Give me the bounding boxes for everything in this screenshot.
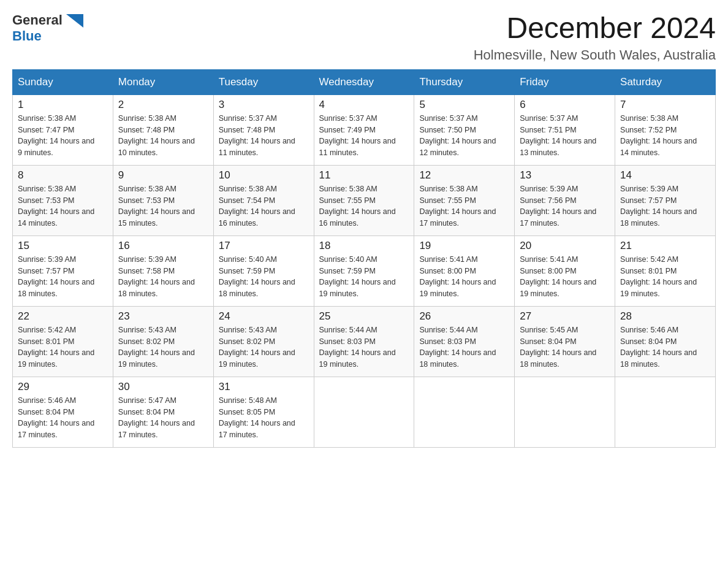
day-number: 30 [118, 381, 208, 393]
table-row: 16 Sunrise: 5:39 AM Sunset: 7:58 PM Dayl… [113, 236, 213, 306]
day-info: Sunrise: 5:37 AM Sunset: 7:51 PM Dayligh… [520, 113, 610, 159]
day-number: 28 [620, 310, 710, 323]
page-header: General Blue December 2024 Holmesville, … [12, 12, 716, 63]
day-number: 13 [520, 169, 610, 182]
table-row: 2 Sunrise: 5:38 AM Sunset: 7:48 PM Dayli… [113, 94, 213, 165]
day-info: Sunrise: 5:40 AM Sunset: 7:59 PM Dayligh… [219, 254, 309, 300]
header-saturday: Saturday [615, 69, 716, 94]
location-title: Holmesville, New South Wales, Australia [474, 47, 716, 63]
table-row: 13 Sunrise: 5:39 AM Sunset: 7:56 PM Dayl… [515, 165, 615, 236]
logo: General Blue [12, 12, 83, 44]
day-number: 10 [219, 169, 309, 182]
title-block: December 2024 Holmesville, New South Wal… [474, 12, 716, 63]
day-info: Sunrise: 5:44 AM Sunset: 8:03 PM Dayligh… [319, 324, 409, 370]
day-number: 22 [18, 310, 108, 323]
table-row: 9 Sunrise: 5:38 AM Sunset: 7:53 PM Dayli… [113, 165, 213, 236]
calendar-week-row: 22 Sunrise: 5:42 AM Sunset: 8:01 PM Dayl… [13, 306, 716, 377]
day-number: 21 [620, 240, 710, 252]
day-info: Sunrise: 5:40 AM Sunset: 7:59 PM Dayligh… [319, 254, 409, 300]
day-number: 25 [319, 310, 409, 323]
svg-marker-0 [66, 14, 83, 28]
table-row: 22 Sunrise: 5:42 AM Sunset: 8:01 PM Dayl… [13, 306, 113, 377]
day-info: Sunrise: 5:38 AM Sunset: 7:52 PM Dayligh… [620, 113, 710, 159]
day-info: Sunrise: 5:46 AM Sunset: 8:04 PM Dayligh… [620, 324, 710, 370]
table-row: 3 Sunrise: 5:37 AM Sunset: 7:48 PM Dayli… [213, 94, 314, 165]
day-number: 6 [520, 99, 610, 111]
day-number: 15 [18, 240, 108, 252]
calendar-header-row: Sunday Monday Tuesday Wednesday Thursday… [13, 69, 716, 94]
header-thursday: Thursday [414, 69, 515, 94]
calendar-week-row: 8 Sunrise: 5:38 AM Sunset: 7:53 PM Dayli… [13, 165, 716, 236]
table-row: 7 Sunrise: 5:38 AM Sunset: 7:52 PM Dayli… [615, 94, 716, 165]
day-info: Sunrise: 5:42 AM Sunset: 8:01 PM Dayligh… [18, 324, 108, 370]
table-row: 25 Sunrise: 5:44 AM Sunset: 8:03 PM Dayl… [314, 306, 414, 377]
header-friday: Friday [515, 69, 615, 94]
table-row: 24 Sunrise: 5:43 AM Sunset: 8:02 PM Dayl… [213, 306, 314, 377]
day-info: Sunrise: 5:38 AM Sunset: 7:54 PM Dayligh… [219, 183, 309, 229]
table-row: 11 Sunrise: 5:38 AM Sunset: 7:55 PM Dayl… [314, 165, 414, 236]
day-number: 2 [118, 99, 208, 111]
day-info: Sunrise: 5:37 AM Sunset: 7:49 PM Dayligh… [319, 113, 409, 159]
day-number: 8 [18, 169, 108, 182]
day-info: Sunrise: 5:38 AM Sunset: 7:47 PM Dayligh… [18, 113, 108, 159]
day-info: Sunrise: 5:39 AM Sunset: 7:58 PM Dayligh… [118, 254, 208, 300]
day-info: Sunrise: 5:38 AM Sunset: 7:55 PM Dayligh… [419, 183, 509, 229]
day-number: 5 [419, 99, 509, 111]
day-number: 3 [219, 99, 309, 111]
table-row: 12 Sunrise: 5:38 AM Sunset: 7:55 PM Dayl… [414, 165, 515, 236]
table-row: 17 Sunrise: 5:40 AM Sunset: 7:59 PM Dayl… [213, 236, 314, 306]
day-info: Sunrise: 5:46 AM Sunset: 8:04 PM Dayligh… [18, 395, 108, 441]
day-info: Sunrise: 5:41 AM Sunset: 8:00 PM Dayligh… [419, 254, 509, 300]
table-row: 18 Sunrise: 5:40 AM Sunset: 7:59 PM Dayl… [314, 236, 414, 306]
table-row: 20 Sunrise: 5:41 AM Sunset: 8:00 PM Dayl… [515, 236, 615, 306]
header-tuesday: Tuesday [213, 69, 314, 94]
day-info: Sunrise: 5:38 AM Sunset: 7:53 PM Dayligh… [18, 183, 108, 229]
day-info: Sunrise: 5:39 AM Sunset: 7:56 PM Dayligh… [520, 183, 610, 229]
table-row: 30 Sunrise: 5:47 AM Sunset: 8:04 PM Dayl… [113, 377, 213, 447]
calendar-week-row: 15 Sunrise: 5:39 AM Sunset: 7:57 PM Dayl… [13, 236, 716, 306]
day-info: Sunrise: 5:42 AM Sunset: 8:01 PM Dayligh… [620, 254, 710, 300]
day-number: 1 [18, 99, 108, 111]
day-number: 18 [319, 240, 409, 252]
day-info: Sunrise: 5:37 AM Sunset: 7:48 PM Dayligh… [219, 113, 309, 159]
day-number: 23 [118, 310, 208, 323]
table-row: 29 Sunrise: 5:46 AM Sunset: 8:04 PM Dayl… [13, 377, 113, 447]
table-row [615, 377, 716, 447]
day-info: Sunrise: 5:39 AM Sunset: 7:57 PM Dayligh… [18, 254, 108, 300]
table-row: 21 Sunrise: 5:42 AM Sunset: 8:01 PM Dayl… [615, 236, 716, 306]
day-number: 24 [219, 310, 309, 323]
day-info: Sunrise: 5:43 AM Sunset: 8:02 PM Dayligh… [118, 324, 208, 370]
table-row: 6 Sunrise: 5:37 AM Sunset: 7:51 PM Dayli… [515, 94, 615, 165]
table-row [414, 377, 515, 447]
month-title: December 2024 [474, 12, 716, 45]
day-number: 11 [319, 169, 409, 182]
day-number: 7 [620, 99, 710, 111]
table-row: 26 Sunrise: 5:44 AM Sunset: 8:03 PM Dayl… [414, 306, 515, 377]
day-info: Sunrise: 5:38 AM Sunset: 7:53 PM Dayligh… [118, 183, 208, 229]
day-number: 26 [419, 310, 509, 323]
calendar-week-row: 29 Sunrise: 5:46 AM Sunset: 8:04 PM Dayl… [13, 377, 716, 447]
header-sunday: Sunday [13, 69, 113, 94]
day-info: Sunrise: 5:38 AM Sunset: 7:48 PM Dayligh… [118, 113, 208, 159]
day-info: Sunrise: 5:45 AM Sunset: 8:04 PM Dayligh… [520, 324, 610, 370]
logo-text: General [12, 12, 83, 28]
table-row: 23 Sunrise: 5:43 AM Sunset: 8:02 PM Dayl… [113, 306, 213, 377]
table-row: 15 Sunrise: 5:39 AM Sunset: 7:57 PM Dayl… [13, 236, 113, 306]
table-row [515, 377, 615, 447]
table-row: 1 Sunrise: 5:38 AM Sunset: 7:47 PM Dayli… [13, 94, 113, 165]
day-info: Sunrise: 5:37 AM Sunset: 7:50 PM Dayligh… [419, 113, 509, 159]
day-number: 14 [620, 169, 710, 182]
day-number: 9 [118, 169, 208, 182]
day-number: 20 [520, 240, 610, 252]
table-row: 19 Sunrise: 5:41 AM Sunset: 8:00 PM Dayl… [414, 236, 515, 306]
logo-blue-text: Blue [12, 28, 42, 44]
table-row: 14 Sunrise: 5:39 AM Sunset: 7:57 PM Dayl… [615, 165, 716, 236]
table-row: 31 Sunrise: 5:48 AM Sunset: 8:05 PM Dayl… [213, 377, 314, 447]
table-row: 5 Sunrise: 5:37 AM Sunset: 7:50 PM Dayli… [414, 94, 515, 165]
day-info: Sunrise: 5:41 AM Sunset: 8:00 PM Dayligh… [520, 254, 610, 300]
table-row: 28 Sunrise: 5:46 AM Sunset: 8:04 PM Dayl… [615, 306, 716, 377]
day-info: Sunrise: 5:47 AM Sunset: 8:04 PM Dayligh… [118, 395, 208, 441]
header-monday: Monday [113, 69, 213, 94]
day-info: Sunrise: 5:38 AM Sunset: 7:55 PM Dayligh… [319, 183, 409, 229]
calendar-week-row: 1 Sunrise: 5:38 AM Sunset: 7:47 PM Dayli… [13, 94, 716, 165]
